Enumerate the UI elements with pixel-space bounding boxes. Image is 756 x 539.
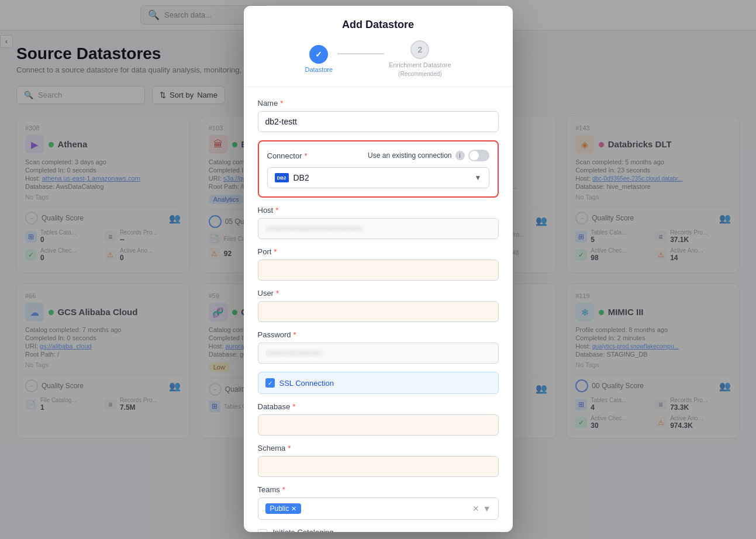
user-input[interactable] xyxy=(258,301,499,322)
step-2-sublabel: (Recommended) xyxy=(398,71,441,77)
host-input[interactable] xyxy=(258,218,499,239)
connector-label: Connector * xyxy=(267,151,308,160)
port-label: Port * xyxy=(258,247,499,256)
schema-input[interactable] xyxy=(258,456,499,477)
ssl-section: ✓ SSL Connection xyxy=(258,372,499,394)
initiate-label: Initiate Cataloging xyxy=(273,528,499,532)
step-line xyxy=(337,53,384,54)
team-tag-public[interactable]: Public ✕ xyxy=(265,503,302,514)
name-input[interactable] xyxy=(258,111,499,132)
database-label: Database * xyxy=(258,402,499,411)
password-group: Password * xyxy=(258,330,499,364)
name-group: Name * xyxy=(258,99,499,132)
ssl-label: SSL Connection xyxy=(279,379,334,388)
teams-clear-icon[interactable]: ✕ xyxy=(472,504,479,513)
step-2-label: Enrichment Datastore xyxy=(389,61,451,68)
connector-section: Connector * Use an existing connection i… xyxy=(258,140,499,198)
database-group: Database * xyxy=(258,402,499,436)
step-1-label: Datastore xyxy=(305,66,333,73)
teams-dropdown-arrow[interactable]: ▼ xyxy=(483,504,491,513)
user-group: User * xyxy=(258,289,499,322)
password-input[interactable] xyxy=(258,343,499,364)
step-1: ✓ Datastore xyxy=(305,45,333,73)
ssl-checkbox[interactable]: ✓ xyxy=(265,378,275,388)
step-2-circle: 2 xyxy=(410,40,429,59)
chevron-down-icon: ▼ xyxy=(475,174,482,182)
db2-icon: DB2 xyxy=(275,173,289,182)
existing-conn: Use an existing connection i xyxy=(368,150,489,161)
port-group: Port * xyxy=(258,247,499,281)
port-input[interactable] xyxy=(258,260,499,281)
password-label: Password * xyxy=(258,330,499,339)
add-datastore-modal: Add Datastore ✓ Datastore 2 Enrichment D… xyxy=(244,6,513,532)
step-1-circle: ✓ xyxy=(309,45,328,64)
team-tag-close[interactable]: ✕ xyxy=(291,505,296,513)
teams-label: Teams * xyxy=(258,485,499,494)
initiate-cataloging: Initiate Cataloging Automatically start … xyxy=(258,528,499,532)
teams-input[interactable]: Public ✕ ✕ ▼ xyxy=(258,497,499,520)
host-label: Host * xyxy=(258,206,499,215)
schema-group: Schema * xyxy=(258,444,499,477)
user-label: User * xyxy=(258,289,499,298)
schema-label: Schema * xyxy=(258,444,499,452)
modal-overlay: Add Datastore ✓ Datastore 2 Enrichment D… xyxy=(0,0,756,539)
existing-conn-toggle[interactable] xyxy=(468,150,489,161)
name-label: Name * xyxy=(258,99,499,108)
database-input[interactable] xyxy=(258,414,499,436)
teams-section: Teams * Public ✕ ✕ ▼ xyxy=(258,485,499,520)
stepper: ✓ Datastore 2 Enrichment Datastore (Reco… xyxy=(258,40,499,77)
modal-title: Add Datastore xyxy=(258,19,499,31)
initiate-checkbox[interactable] xyxy=(258,529,267,532)
step-2: 2 Enrichment Datastore (Recommended) xyxy=(389,40,451,77)
info-icon[interactable]: i xyxy=(455,151,465,160)
host-group: Host * xyxy=(258,206,499,239)
connector-select[interactable]: DB2 DB2 ▼ xyxy=(267,167,489,188)
